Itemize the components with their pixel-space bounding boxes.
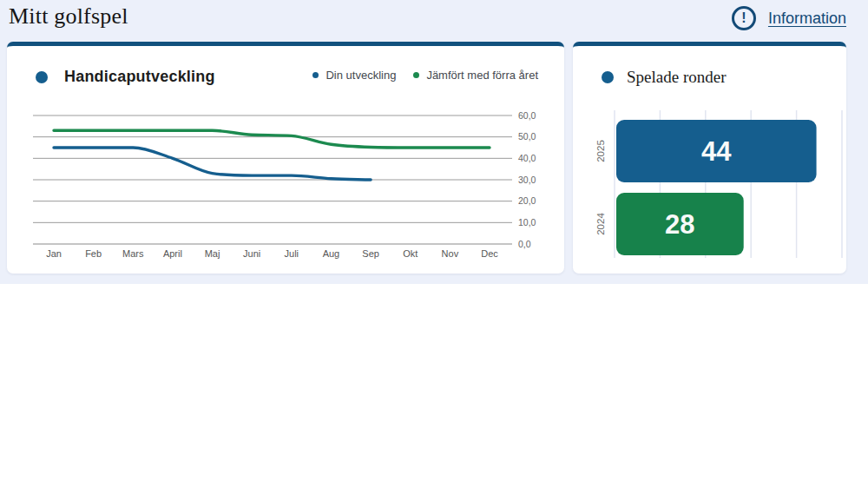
x-axis-label: Maj (205, 248, 220, 259)
x-axis-label: Dec (481, 248, 498, 259)
y-axis-label: 10,0 (518, 217, 536, 228)
handicap-chart-svg: 0,010,020,030,040,050,060,0JanFebMarsApr… (7, 46, 564, 278)
x-axis-label: April (163, 248, 182, 259)
rounds-card: Spelade ronder 442025282024 (573, 42, 846, 274)
exclamation-circle-icon[interactable]: ! (732, 6, 756, 30)
y-axis-label: 60,0 (518, 110, 536, 121)
y-axis-label: 50,0 (518, 131, 536, 142)
information-link[interactable]: Information (768, 10, 846, 28)
bar-category-label: 2024 (595, 213, 606, 235)
x-axis-label: Mars (122, 248, 144, 259)
x-axis-label: Okt (403, 248, 418, 259)
y-axis-label: 30,0 (518, 175, 536, 185)
x-axis-label: Feb (85, 248, 102, 259)
y-axis-label: 40,0 (518, 153, 536, 163)
handicap-card: Handicaputveckling Din utveckling Jämför… (7, 42, 564, 274)
rounds-chart-svg: 442025282024 (573, 46, 846, 278)
x-axis-label: Juni (243, 248, 260, 259)
x-axis-label: Jan (46, 248, 62, 259)
x-axis-label: Nov (442, 248, 459, 259)
rounds-bar-chart: 442025282024 (573, 46, 846, 274)
bar-value-label: 28 (665, 209, 694, 240)
line-series-j-mf-rt-med-f-rra-ret (54, 130, 490, 148)
x-axis-label: Juli (285, 248, 299, 259)
bar-category-label: 2025 (595, 140, 606, 162)
line-series-din-utveckling (54, 148, 371, 180)
information-area: ! Information (732, 6, 846, 30)
x-axis-label: Sep (362, 248, 379, 259)
y-axis-label: 0,0 (518, 239, 531, 249)
x-axis-label: Aug (323, 248, 340, 259)
handicap-line-chart: 0,010,020,030,040,050,060,0JanFebMarsApr… (7, 46, 564, 274)
bar-value-label: 44 (701, 136, 732, 167)
page-title: Mitt golfspel (9, 3, 128, 30)
y-axis-label: 20,0 (518, 195, 536, 206)
